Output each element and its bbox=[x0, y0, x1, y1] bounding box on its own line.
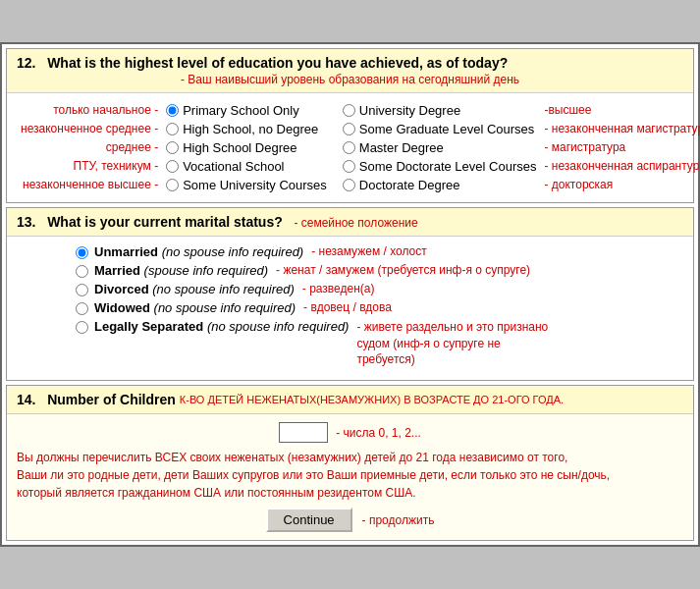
page-container: 12. What is the highest level of educati… bbox=[0, 42, 700, 547]
edu-radio-9[interactable] bbox=[343, 160, 355, 173]
marital-russian-2: - женат / замужем (требуется инф-я о суп… bbox=[276, 263, 530, 277]
edu-option-right-3: Master Degree bbox=[339, 138, 541, 157]
edu-option-2: High School, no Degree bbox=[162, 120, 331, 138]
marital-russian-1: - незамужем / холост bbox=[311, 244, 427, 258]
marital-radio-1[interactable] bbox=[76, 246, 88, 259]
edu-option-right-1: University Degree bbox=[339, 101, 541, 120]
table-row: незаконченное высшее - Some University C… bbox=[17, 176, 700, 194]
edu-option-right-5: Doctorate Degree bbox=[339, 176, 541, 194]
q13-title: 13. What is your current marital status?… bbox=[17, 214, 683, 230]
edu-radio-7[interactable] bbox=[343, 123, 355, 135]
q13-russian: - семейное положение bbox=[294, 216, 417, 230]
q12-content: только начальное - Primary School Only bbox=[7, 93, 693, 202]
marital-russian-4: - вдовец / вдова bbox=[303, 300, 392, 314]
q12-russian: - Ваш наивысший уровень образования на с… bbox=[17, 73, 683, 86]
table-row: незаконченное среднее - High School, no … bbox=[17, 120, 700, 138]
edu-radio-8[interactable] bbox=[343, 141, 355, 154]
children-input-row: - числа 0, 1, 2... bbox=[17, 422, 683, 443]
continue-row: Continue - продолжить bbox=[17, 508, 683, 532]
q13-content: Unmarried (no spouse info required) - не… bbox=[7, 237, 693, 380]
q12-title: 12. What is the highest level of educati… bbox=[17, 55, 683, 71]
q14-title: 14. Number of Children bbox=[17, 392, 176, 407]
continue-russian: - продолжить bbox=[362, 513, 435, 527]
edu-radio-1[interactable] bbox=[166, 104, 179, 117]
edu-left-label-4: ПТУ, техникум - bbox=[17, 157, 162, 176]
marital-radio-4[interactable] bbox=[76, 302, 88, 315]
edu-option-1: Primary School Only bbox=[162, 101, 331, 120]
children-description: Вы должны перечислить ВСЕХ своих неженат… bbox=[17, 449, 683, 502]
edu-table: только начальное - Primary School Only bbox=[17, 101, 700, 194]
edu-left-label-5: незаконченное высшее - bbox=[17, 176, 162, 194]
edu-option-right-4: Some Doctorate Level Courses bbox=[339, 157, 541, 176]
q13-header: 13. What is your current marital status?… bbox=[7, 208, 693, 237]
edu-right-russian-4: - незаконченная аспирантура bbox=[540, 157, 700, 176]
edu-radio-10[interactable] bbox=[343, 179, 355, 191]
q14-content: - числа 0, 1, 2... Вы должны перечислить… bbox=[7, 414, 693, 540]
marital-row-4: Widowed (no spouse info required) - вдов… bbox=[76, 300, 683, 315]
edu-right-russian-2: - незаконченная магистратура bbox=[540, 120, 700, 138]
edu-right-russian-3: - магистратура bbox=[540, 138, 700, 157]
table-row: ПТУ, техникум - Vocational School Som bbox=[17, 157, 700, 176]
children-input-russian: - числа 0, 1, 2... bbox=[336, 426, 421, 440]
marital-label-4: Widowed (no spouse info required) bbox=[94, 300, 296, 315]
edu-option-4: Vocational School bbox=[162, 157, 331, 176]
marital-label-1: Unmarried (no spouse info required) bbox=[94, 244, 303, 259]
edu-left-label-2: незаконченное среднее - bbox=[17, 120, 162, 138]
edu-right-russian-5: - докторская bbox=[540, 176, 700, 194]
section-q13: 13. What is your current marital status?… bbox=[6, 207, 694, 381]
edu-option-right-2: Some Graduate Level Courses bbox=[339, 120, 541, 138]
edu-radio-5[interactable] bbox=[166, 179, 179, 191]
marital-row-3: Divorced (no spouse info required) - раз… bbox=[76, 282, 683, 296]
q14-russian: К-ВО ДЕТЕЙ НЕЖЕНАТЫХ(НЕЗАМУЖНИХ) В ВОЗРА… bbox=[180, 394, 564, 405]
table-row: среднее - High School Degree Master D bbox=[17, 138, 700, 157]
continue-button[interactable]: Continue bbox=[266, 508, 352, 532]
edu-radio-3[interactable] bbox=[166, 141, 179, 154]
section-q12: 12. What is the highest level of educati… bbox=[6, 48, 694, 203]
edu-radio-2[interactable] bbox=[166, 123, 179, 135]
marital-radio-5[interactable] bbox=[76, 321, 88, 334]
edu-left-label-3: среднее - bbox=[17, 138, 162, 157]
marital-row-2: Married (spouse info required) - женат /… bbox=[76, 263, 683, 278]
marital-row-1: Unmarried (no spouse info required) - не… bbox=[76, 244, 683, 259]
marital-radio-3[interactable] bbox=[76, 284, 88, 296]
edu-radio-6[interactable] bbox=[343, 104, 355, 117]
marital-row-5: Legally Separated (no spouse info requir… bbox=[76, 319, 683, 368]
marital-label-5: Legally Separated (no spouse info requir… bbox=[94, 319, 349, 334]
marital-label-2: Married (spouse info required) bbox=[94, 263, 268, 278]
edu-radio-4[interactable] bbox=[166, 160, 179, 173]
children-count-input[interactable] bbox=[279, 422, 328, 443]
edu-left-label-1: только начальное - bbox=[17, 101, 162, 120]
marital-russian-5: - живете раздельно и это признано судом … bbox=[356, 319, 553, 368]
marital-radio-2[interactable] bbox=[76, 265, 88, 278]
q14-header: 14. Number of Children К-ВО ДЕТЕЙ НЕЖЕНА… bbox=[7, 386, 693, 414]
edu-option-3: High School Degree bbox=[162, 138, 331, 157]
q12-header: 12. What is the highest level of educati… bbox=[7, 49, 693, 93]
marital-label-3: Divorced (no spouse info required) bbox=[94, 282, 295, 296]
section-q14: 14. Number of Children К-ВО ДЕТЕЙ НЕЖЕНА… bbox=[6, 385, 694, 541]
edu-right-russian-1: -высшее bbox=[540, 101, 700, 120]
table-row: только начальное - Primary School Only bbox=[17, 101, 700, 120]
edu-option-5: Some University Courses bbox=[162, 176, 331, 194]
marital-russian-3: - разведен(а) bbox=[302, 282, 375, 295]
